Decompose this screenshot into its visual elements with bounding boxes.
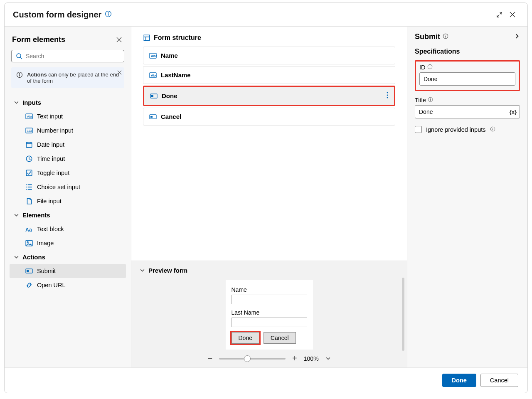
id-field-highlight: ID bbox=[415, 60, 520, 91]
group-elements[interactable]: Elements bbox=[10, 208, 126, 222]
search-input[interactable] bbox=[26, 53, 120, 59]
svg-rect-39 bbox=[430, 99, 431, 101]
sidebar-title: Form elements bbox=[12, 35, 65, 44]
svg-point-32 bbox=[445, 35, 446, 36]
preview-scrollbar[interactable] bbox=[402, 278, 404, 351]
expand-icon[interactable] bbox=[493, 8, 506, 21]
preview-cancel-button[interactable]: Cancel bbox=[264, 332, 296, 344]
id-label: ID bbox=[419, 64, 426, 71]
item-toggle-input[interactable]: Toggle input bbox=[10, 166, 126, 180]
info-icon[interactable] bbox=[428, 97, 433, 103]
zoom-out-button[interactable]: − bbox=[207, 354, 212, 363]
expression-button[interactable]: {x} bbox=[510, 109, 517, 115]
chevron-down-icon bbox=[14, 100, 19, 105]
chevron-right-icon[interactable] bbox=[514, 32, 520, 41]
svg-rect-6 bbox=[19, 74, 20, 76]
form-row-name[interactable]: Abc Name bbox=[143, 47, 395, 64]
group-label: Elements bbox=[22, 212, 50, 219]
group-inputs[interactable]: Inputs bbox=[10, 96, 126, 109]
ignore-inputs-checkbox[interactable] bbox=[415, 126, 422, 133]
preview-label-name: Name bbox=[232, 286, 307, 293]
footer: Done Cancel bbox=[5, 367, 527, 393]
preview-done-button[interactable]: Done bbox=[232, 332, 259, 344]
svg-rect-2 bbox=[108, 13, 108, 15]
preview-label-lastname: Last Name bbox=[232, 309, 307, 316]
notice-close-icon[interactable] bbox=[117, 70, 122, 76]
item-file-input[interactable]: File input bbox=[10, 194, 126, 208]
props-header: Submit bbox=[415, 32, 440, 41]
sidebar: Form elements Actions can only be placed… bbox=[5, 27, 131, 367]
form-structure-title: Form structure bbox=[154, 34, 201, 42]
svg-rect-30 bbox=[150, 116, 153, 118]
item-number-input[interactable]: 123Number input bbox=[10, 123, 126, 138]
item-choice-set-input[interactable]: Choice set input bbox=[10, 180, 126, 194]
form-row-cancel[interactable]: Cancel bbox=[143, 108, 395, 126]
svg-point-16 bbox=[27, 241, 28, 243]
item-image[interactable]: Image bbox=[10, 236, 126, 250]
item-text-input[interactable]: AbcText input bbox=[10, 109, 126, 123]
id-input[interactable] bbox=[419, 72, 515, 86]
preview-card: Name Last Name Done Cancel bbox=[226, 280, 313, 350]
svg-text:Abc: Abc bbox=[151, 74, 157, 77]
specifications-label: Specifications bbox=[415, 48, 520, 55]
form-structure: Form structure Abc Name Abc LastName Don… bbox=[131, 27, 407, 261]
item-date-input[interactable]: Date input bbox=[10, 138, 126, 152]
preview-title: Preview form bbox=[148, 267, 187, 274]
preview-panel: Preview form Name Last Name Done Cancel … bbox=[131, 261, 407, 367]
preview-input-name[interactable] bbox=[232, 295, 307, 304]
form-row-lastname[interactable]: Abc LastName bbox=[143, 66, 395, 84]
zoom-in-button[interactable]: + bbox=[292, 354, 297, 363]
form-row-done[interactable]: Done bbox=[143, 86, 395, 106]
svg-point-35 bbox=[429, 65, 430, 66]
titlebar: Custom form designer bbox=[5, 3, 527, 27]
title-label: Title bbox=[415, 97, 426, 103]
zoom-slider[interactable] bbox=[219, 358, 286, 360]
info-icon[interactable] bbox=[427, 64, 433, 71]
item-text-block[interactable]: AaText block bbox=[10, 222, 126, 236]
group-label: Actions bbox=[22, 254, 45, 261]
item-submit[interactable]: Submit bbox=[10, 264, 126, 278]
svg-rect-18 bbox=[27, 270, 29, 272]
chevron-down-icon bbox=[14, 254, 19, 260]
svg-point-28 bbox=[387, 97, 388, 99]
svg-point-26 bbox=[387, 92, 388, 94]
done-button[interactable]: Done bbox=[442, 374, 476, 387]
item-open-url[interactable]: Open URL bbox=[10, 278, 126, 292]
search-input-wrapper[interactable] bbox=[11, 50, 124, 62]
svg-rect-11 bbox=[26, 142, 32, 147]
preview-input-lastname[interactable] bbox=[232, 318, 307, 327]
item-time-input[interactable]: Time input bbox=[10, 152, 126, 166]
svg-rect-36 bbox=[430, 66, 430, 68]
group-actions[interactable]: Actions bbox=[10, 250, 126, 264]
svg-rect-13 bbox=[26, 170, 32, 176]
svg-text:Aa: Aa bbox=[25, 227, 32, 233]
sidebar-close-icon[interactable] bbox=[114, 35, 123, 44]
search-icon bbox=[16, 53, 22, 59]
chevron-down-icon[interactable] bbox=[325, 356, 331, 361]
notice-banner: Actions can only be placed at the end of… bbox=[11, 67, 124, 88]
zoom-value: 100% bbox=[304, 355, 319, 362]
more-icon[interactable] bbox=[387, 92, 388, 100]
notice-text: Actions can only be placed at the end of… bbox=[27, 71, 119, 84]
close-icon[interactable] bbox=[506, 8, 519, 21]
chevron-down-icon bbox=[14, 212, 19, 218]
cancel-button[interactable]: Cancel bbox=[480, 374, 518, 387]
title-input[interactable] bbox=[415, 105, 520, 118]
svg-point-38 bbox=[430, 98, 431, 99]
svg-point-1 bbox=[108, 12, 109, 13]
info-icon[interactable] bbox=[490, 126, 495, 133]
svg-rect-25 bbox=[151, 95, 153, 97]
info-icon[interactable] bbox=[105, 10, 112, 19]
chevron-down-icon[interactable] bbox=[140, 268, 145, 273]
svg-point-3 bbox=[17, 54, 21, 58]
info-icon[interactable] bbox=[443, 32, 448, 41]
ignore-inputs-label: Ignore provided inputs bbox=[426, 126, 486, 133]
svg-point-27 bbox=[387, 95, 388, 96]
form-structure-icon bbox=[143, 34, 150, 42]
svg-text:123: 123 bbox=[27, 129, 32, 132]
group-label: Inputs bbox=[22, 99, 41, 106]
svg-point-5 bbox=[19, 73, 20, 74]
svg-point-41 bbox=[492, 128, 493, 128]
svg-rect-33 bbox=[445, 36, 446, 37]
window-title: Custom form designer bbox=[13, 10, 101, 20]
